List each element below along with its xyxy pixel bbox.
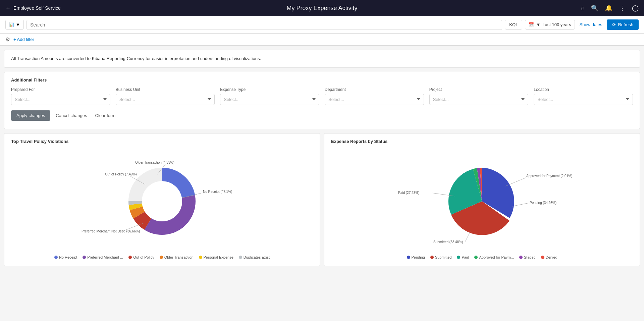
close-circle-icon[interactable]: ◯ (632, 4, 639, 12)
legend-dot-staged (519, 256, 523, 259)
filter-row: ⚙ + Add filter (0, 34, 644, 46)
svg-text:Out of Policy (7.49%): Out of Policy (7.49%) (105, 172, 137, 176)
expense-type-label: Expense Type (220, 87, 319, 92)
legend-label-pending: Pending (412, 255, 425, 259)
location-label: Location (534, 87, 633, 92)
legend-approved-payment: Approved for Paym... (474, 255, 514, 259)
apply-changes-button[interactable]: Apply changes (11, 110, 50, 121)
clear-form-button[interactable]: Clear form (93, 110, 118, 121)
legend-label-paid: Paid (462, 255, 469, 259)
location-select[interactable]: Select... (534, 94, 633, 105)
page-title: My Proxy Expense Activity (286, 5, 357, 12)
kql-button[interactable]: KQL (505, 20, 522, 30)
legend-label-older-transaction: Older Transaction (164, 255, 194, 259)
search-icon[interactable]: 🔍 (591, 4, 598, 12)
donut-chart-container: No Receipt (47.1%) Preferred Merchant No… (11, 149, 313, 250)
legend-dot-personal-expense (199, 256, 202, 259)
legend-no-receipt: No Receipt (54, 255, 77, 259)
svg-text:Approved for Payment (2.01%): Approved for Payment (2.01%) (526, 174, 572, 178)
top-nav: ← Employee Self Service My Proxy Expense… (0, 0, 644, 16)
legend-dot-approved-payment (474, 256, 478, 259)
department-select[interactable]: Select... (325, 94, 424, 105)
legend-label-preferred-merchant: Preferred Merchant ... (87, 255, 123, 259)
legend-dot-paid (457, 256, 460, 259)
info-banner: All Transaction Amounts are converted to… (4, 50, 640, 68)
date-picker-chevron-icon: ▼ (536, 22, 540, 27)
date-range-label: Last 100 years (542, 22, 571, 27)
legend-dot-no-receipt (54, 256, 58, 259)
back-arrow-icon: ← (5, 5, 11, 11)
info-banner-text: All Transaction Amounts are converted to… (11, 56, 261, 61)
svg-point-7 (142, 181, 182, 221)
svg-line-16 (505, 178, 526, 186)
legend-dot-out-of-policy (128, 256, 132, 259)
svg-text:No Receipt (47.1%): No Receipt (47.1%) (203, 190, 232, 194)
date-picker-button[interactable]: 📅 ▼ Last 100 years (525, 20, 575, 30)
travel-policy-violations-panel: Top Travel Policy Violations (4, 133, 320, 266)
additional-filters-panel: Additional Filters Prepared For Select..… (4, 72, 640, 129)
legend-label-out-of-policy: Out of Policy (133, 255, 154, 259)
expense-type-field: Expense Type Select... (220, 87, 319, 105)
expense-type-select[interactable]: Select... (220, 94, 319, 105)
legend-paid: Paid (457, 255, 469, 259)
home-icon[interactable]: ⌂ (581, 5, 584, 12)
back-button[interactable]: ← Employee Self Service (5, 5, 61, 11)
legend-dot-older-transaction (160, 256, 163, 259)
donut-chart-legend: No Receipt Preferred Merchant ... Out of… (11, 255, 313, 259)
additional-filters-title: Additional Filters (11, 77, 633, 83)
nav-icons: ⌂ 🔍 🔔 ⋮ ◯ (581, 4, 639, 12)
svg-text:Submitted (33.48%): Submitted (33.48%) (433, 240, 463, 244)
search-bar-row: 📊 ▼ KQL 📅 ▼ Last 100 years Show dates ⟳ … (0, 16, 644, 34)
legend-denied: Denied (541, 255, 557, 259)
svg-text:Preferred Merchant Not Used (3: Preferred Merchant Not Used (36.66%) (82, 229, 140, 233)
refresh-icon: ⟳ (612, 22, 616, 27)
department-label: Department (325, 87, 424, 92)
legend-dot-preferred-merchant (83, 256, 86, 259)
bell-icon[interactable]: 🔔 (605, 4, 612, 12)
pie-chart-svg: Approved for Payment (2.01%) Paid (27.23… (381, 149, 583, 250)
refresh-button[interactable]: ⟳ Refresh (607, 19, 639, 30)
pie-chart-container: Approved for Payment (2.01%) Paid (27.23… (331, 149, 633, 250)
legend-label-denied: Denied (546, 255, 557, 259)
filters-grid: Prepared For Select... Business Unit Sel… (11, 87, 633, 105)
calendar-icon: 📅 (529, 22, 534, 27)
business-unit-select[interactable]: Select... (116, 94, 215, 105)
legend-dot-submitted (430, 256, 434, 259)
svg-line-20 (465, 231, 470, 242)
project-label: Project (429, 87, 529, 92)
travel-policy-chart-title: Top Travel Policy Violations (11, 139, 313, 144)
svg-line-22 (512, 203, 529, 206)
location-field: Location Select... (534, 87, 633, 105)
legend-label-no-receipt: No Receipt (59, 255, 77, 259)
legend-pending: Pending (407, 255, 425, 259)
donut-chart-svg: No Receipt (47.1%) Preferred Merchant No… (78, 149, 246, 250)
show-dates-button[interactable]: Show dates (578, 20, 604, 29)
legend-duplicates-exist: Duplicates Exist (239, 255, 270, 259)
filter-actions: Apply changes Cancel changes Clear form (11, 110, 633, 121)
search-type-button[interactable]: 📊 ▼ (5, 20, 24, 30)
chevron-down-icon: ▼ (16, 22, 20, 27)
project-select[interactable]: Select... (429, 94, 529, 105)
pie-chart-legend: Pending Submitted Paid Approved for Paym… (331, 255, 633, 259)
prepared-for-select[interactable]: Select... (11, 94, 110, 105)
cancel-changes-button[interactable]: Cancel changes (53, 110, 90, 121)
search-input-wrap[interactable] (26, 20, 502, 30)
legend-staged: Staged (519, 255, 536, 259)
legend-out-of-policy: Out of Policy (128, 255, 154, 259)
menu-icon[interactable]: ⋮ (619, 4, 625, 12)
svg-text:Paid (27.23%): Paid (27.23%) (398, 191, 419, 195)
search-input[interactable] (30, 22, 498, 28)
expense-reports-status-panel: Expense Reports by Status (324, 133, 640, 266)
filter-settings-icon[interactable]: ⚙ (5, 36, 10, 43)
search-type-icon: 📊 (9, 22, 14, 27)
svg-text:Pending (34.93%): Pending (34.93%) (530, 201, 556, 205)
department-field: Department Select... (325, 87, 424, 105)
prepared-for-field: Prepared For Select... (11, 87, 110, 105)
business-unit-label: Business Unit (116, 87, 215, 92)
legend-older-transaction: Older Transaction (160, 255, 194, 259)
legend-label-personal-expense: Personal Expense (204, 255, 233, 259)
back-label: Employee Self Service (13, 5, 61, 11)
legend-submitted: Submitted (430, 255, 452, 259)
legend-label-approved-payment: Approved for Paym... (479, 255, 514, 259)
add-filter-button[interactable]: + Add filter (13, 37, 34, 42)
